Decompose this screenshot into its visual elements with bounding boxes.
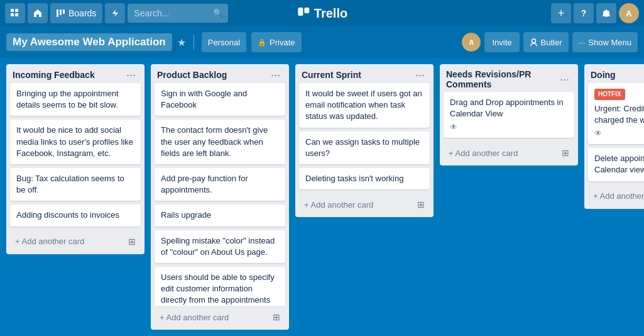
- search-icon: 🔍: [213, 8, 223, 18]
- list-footer: + Add another card⊞: [295, 193, 434, 217]
- list-header: Needs Revisions/PR Comments···: [440, 64, 578, 92]
- card-text: It would be nice to add social media lin…: [16, 125, 133, 157]
- add-card-label: + Add another card: [160, 313, 229, 322]
- show-menu-btn[interactable]: ··· Show Menu: [572, 32, 638, 52]
- list-footer: + Add another card⊞: [440, 142, 578, 165]
- svg-rect-0: [11, 9, 14, 12]
- card-text: The contact form doesn't give the user a…: [161, 125, 268, 157]
- top-nav: Boards 🔍 Trello + ? A: [0, 0, 644, 26]
- list-menu-btn[interactable]: ···: [268, 69, 283, 81]
- svg-point-9: [532, 39, 535, 43]
- private-btn[interactable]: 🔒 Private: [251, 32, 301, 52]
- svg-rect-2: [15, 9, 18, 12]
- list-title: Needs Revisions/PR Comments: [446, 69, 557, 89]
- list-cards: Sign in with Google and Facebook✎The con…: [151, 83, 289, 306]
- info-btn[interactable]: ?: [574, 3, 594, 23]
- add-card-label: + Add another card: [593, 191, 644, 201]
- card-text: Can we assign tasks to multiple users?: [305, 137, 420, 158]
- list-current-sprint: Current Sprint···It would be sweet if us…: [295, 64, 434, 217]
- boards-btn[interactable]: Boards: [50, 3, 102, 23]
- personal-btn[interactable]: Personal: [202, 32, 246, 52]
- list-footer: + Add another card⊞: [584, 185, 644, 209]
- card[interactable]: It would be nice to add social media lin…: [10, 120, 141, 164]
- board-content: Incoming Feedback···Bringing up the appo…: [0, 58, 644, 336]
- list-cards: Drag and Drop appointments in Calendar V…: [440, 92, 578, 142]
- invite-btn[interactable]: Invite: [484, 32, 519, 52]
- list-menu-btn[interactable]: ···: [413, 69, 427, 81]
- lightning-icon-btn[interactable]: [105, 3, 125, 23]
- list-header: Current Sprint···: [295, 64, 434, 83]
- list-header: Doing···: [584, 64, 644, 83]
- card-text: Users should be able to specify edit cus…: [161, 272, 275, 306]
- eye-icon: 👁: [450, 122, 568, 133]
- home-icon-btn[interactable]: [28, 3, 48, 23]
- trello-logo: Trello: [297, 6, 347, 21]
- list-footer: + Add another card⊞: [6, 230, 145, 254]
- card-text: Deleting tasks isn't working: [305, 174, 403, 183]
- card[interactable]: Add pre-pay function for appointments.✎: [155, 168, 285, 201]
- card[interactable]: Adding discounts to invoices✎: [10, 204, 141, 226]
- grid-icon-btn[interactable]: [5, 3, 25, 23]
- card[interactable]: Drag and Drop appointments in Calendar V…: [444, 92, 574, 138]
- card-text: Add pre-pay function for appointments.: [161, 174, 248, 194]
- card-text: Bringing up the appointment details seem…: [16, 89, 119, 109]
- card[interactable]: It would be sweet if users got an email …: [299, 83, 430, 128]
- svg-rect-3: [15, 13, 18, 16]
- card[interactable]: Deleting tasks isn't working✎: [299, 168, 430, 189]
- user-avatar[interactable]: A: [619, 3, 639, 23]
- add-card-label: + Add another card: [449, 148, 518, 158]
- list-title: Product Backlog: [157, 70, 268, 80]
- card[interactable]: Delete appointments from Calendar view d…: [588, 148, 644, 181]
- lock-icon: 🔒: [258, 38, 266, 47]
- card-text: Rails upgrade: [161, 210, 211, 220]
- add-card-label: + Add another card: [15, 237, 84, 246]
- hotfix-badge: HOTFIX: [594, 89, 625, 100]
- svg-rect-4: [57, 9, 58, 17]
- card-text: Spelling mistake "color" instead of "col…: [161, 236, 275, 257]
- card[interactable]: Users should be able to specify edit cus…: [155, 267, 285, 306]
- list-title: Current Sprint: [302, 70, 413, 80]
- star-btn[interactable]: ★: [177, 36, 186, 48]
- card-text: Sign in with Google and Facebook: [161, 89, 247, 109]
- card[interactable]: Bug: Tax calculation seems to be off.✎: [10, 168, 141, 201]
- add-btn[interactable]: +: [551, 3, 571, 23]
- svg-rect-6: [63, 9, 65, 14]
- add-card-btn[interactable]: + Add another card⊞: [155, 308, 285, 326]
- card[interactable]: Rails upgrade✎: [155, 204, 285, 226]
- card-text: Bug: Tax calculation seems to be off.: [16, 174, 124, 194]
- list-needs-revisions: Needs Revisions/PR Comments···Drag and D…: [440, 64, 578, 165]
- list-title: Doing: [591, 70, 644, 80]
- board-header-right: A Invite Butler ··· Show Menu: [462, 32, 638, 52]
- card-template-icon: ⊞: [273, 312, 280, 322]
- svg-rect-8: [304, 8, 309, 13]
- add-card-btn[interactable]: + Add another card⊞: [299, 196, 430, 213]
- board-member-avatar[interactable]: A: [462, 33, 481, 52]
- card[interactable]: Spelling mistake "color" instead of "col…: [155, 230, 285, 263]
- card[interactable]: HOTFIXUrgent: Credit cards are charged t…: [588, 83, 644, 144]
- board-header: My Awesome Web Application ★ Personal 🔒 …: [0, 26, 644, 58]
- list-title: Incoming Feedback: [13, 70, 124, 80]
- add-card-btn[interactable]: + Add another card⊞: [588, 188, 644, 205]
- add-card-btn[interactable]: + Add another card⊞: [10, 233, 141, 250]
- list-cards: It would be sweet if users got an email …: [295, 83, 434, 193]
- card-template-icon: ⊞: [562, 148, 569, 158]
- card[interactable]: Can we assign tasks to multiple users?✎: [299, 132, 430, 164]
- card-text: It would be sweet if users got an email …: [305, 89, 422, 121]
- card[interactable]: Bringing up the appointment details seem…: [10, 83, 141, 116]
- card-text: Urgent: Credit cards are charged the wro…: [594, 104, 644, 125]
- notif-btn[interactable]: [596, 3, 616, 23]
- svg-rect-7: [298, 8, 303, 16]
- list-menu-btn[interactable]: ···: [124, 69, 138, 81]
- card-template-icon: ⊞: [417, 199, 425, 210]
- add-card-btn[interactable]: + Add another card⊞: [444, 144, 574, 162]
- list-menu-btn[interactable]: ···: [557, 74, 572, 85]
- card[interactable]: Sign in with Google and Facebook✎: [155, 83, 285, 116]
- add-card-label: + Add another card: [304, 200, 373, 210]
- list-header: Incoming Feedback···: [6, 64, 145, 83]
- list-header: Product Backlog···: [151, 64, 289, 83]
- butler-btn[interactable]: Butler: [523, 32, 569, 52]
- card[interactable]: The contact form doesn't give the user a…: [155, 120, 285, 164]
- card-text: Delete appointments from Calendar view d…: [594, 154, 644, 174]
- board-title[interactable]: My Awesome Web Application: [6, 33, 172, 51]
- svg-rect-1: [11, 13, 14, 16]
